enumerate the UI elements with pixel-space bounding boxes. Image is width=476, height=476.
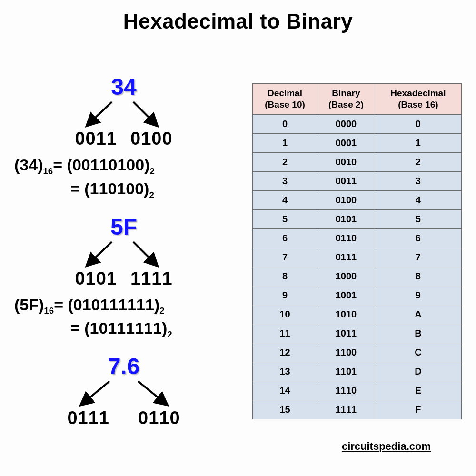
examples-column: 34 00110100 (34)16= (00110100)2 = (11010… (10, 74, 238, 442)
table-cell: 1111 (317, 400, 375, 419)
table-cell: 6 (253, 228, 317, 248)
table-row: 121100C (253, 343, 462, 362)
table-cell: 5 (375, 209, 461, 228)
hex-value-1: 34 (76, 74, 171, 100)
table-row: 200102 (253, 152, 462, 171)
table-cell: 0011 (317, 171, 375, 190)
equation-1b: = (110100)2 (10, 179, 238, 200)
table-row: 910019 (253, 286, 462, 305)
table-cell: 1010 (317, 305, 375, 324)
right-bits: 1111 (130, 268, 173, 289)
equation-2a: (5F)16= (010111111)2 (10, 296, 238, 317)
svg-line-3 (133, 242, 154, 262)
table-cell: 1101 (317, 362, 375, 381)
table-cell: 13 (253, 362, 317, 381)
split-bits-3: 01110110 (10, 408, 238, 428)
left-bits: 0101 (75, 268, 117, 289)
table-cell: A (375, 305, 461, 324)
table-cell: 8 (375, 267, 461, 286)
table-cell: 0 (375, 114, 461, 133)
table-cell: 0000 (317, 114, 375, 133)
table-cell: 0 (253, 114, 317, 133)
table-cell: F (375, 400, 461, 419)
table-row: 111011B (253, 324, 462, 343)
table-cell: 1110 (317, 381, 375, 400)
table-cell: 0001 (317, 133, 375, 152)
svg-line-2 (90, 242, 112, 262)
arrow-left-icon (86, 241, 114, 267)
arrow-right-icon (136, 380, 169, 407)
arrow-right-icon (131, 241, 159, 267)
table-cell: 9 (375, 286, 461, 305)
table-cell: 1001 (317, 286, 375, 305)
table-row: 701117 (253, 248, 462, 267)
table-cell: B (375, 324, 461, 343)
table-cell: 6 (375, 228, 461, 248)
header-decimal: Decimal(Base 10) (253, 84, 317, 115)
table-row: 501015 (253, 209, 462, 228)
table-cell: 3 (253, 171, 317, 190)
arrow-left-icon (86, 101, 114, 127)
svg-line-1 (133, 102, 154, 122)
table-cell: 0010 (317, 152, 375, 171)
hex-value-2: 5F (76, 214, 171, 240)
conversion-table: Decimal(Base 10) Binary(Base 2) Hexadeci… (252, 83, 462, 419)
table-cell: 0100 (317, 190, 375, 209)
table-row: 101010A (253, 305, 462, 324)
table-row: 300113 (253, 171, 462, 190)
table-cell: 5 (253, 209, 317, 228)
attribution-link[interactable]: circuitspedia.com (342, 440, 431, 453)
table-cell: 0101 (317, 209, 375, 228)
example-1: 34 00110100 (34)16= (00110100)2 = (11010… (10, 74, 238, 200)
table-cell: 3 (375, 171, 461, 190)
table-cell: 1100 (317, 343, 375, 362)
equation-1a: (34)16= (00110100)2 (10, 156, 238, 177)
equation-2b: = (10111111)2 (10, 319, 238, 340)
table-row: 100011 (253, 133, 462, 152)
table-cell: 0111 (317, 248, 375, 267)
table-row: 151111F (253, 400, 462, 419)
table-cell: 1 (375, 133, 461, 152)
table-row: 141110E (253, 381, 462, 400)
arrow-left-icon (81, 380, 114, 407)
table-cell: 11 (253, 324, 317, 343)
table-cell: C (375, 343, 461, 362)
svg-line-0 (90, 102, 112, 122)
left-bits: 0111 (67, 408, 109, 428)
split-bits-2: 01011111 (10, 268, 238, 289)
example-3: 7.6 01110110 (10, 353, 238, 428)
table-cell: E (375, 381, 461, 400)
table-cell: D (375, 362, 461, 381)
table-row: 401004 (253, 190, 462, 209)
table-cell: 10 (253, 305, 317, 324)
table-row: 601106 (253, 228, 462, 248)
table-cell: 7 (253, 248, 317, 267)
table-cell: 8 (253, 267, 317, 286)
table-row: 810008 (253, 267, 462, 286)
table-header-row: Decimal(Base 10) Binary(Base 2) Hexadeci… (253, 84, 462, 115)
table-cell: 2 (375, 152, 461, 171)
table-cell: 1000 (317, 267, 375, 286)
example-2: 5F 01011111 (5F)16= (010111111)2 = (1011… (10, 214, 238, 340)
right-bits: 0110 (138, 408, 180, 428)
table-cell: 4 (253, 190, 317, 209)
table-cell: 1 (253, 133, 317, 152)
header-hex: Hexadecimal(Base 16) (375, 84, 461, 115)
split-bits-1: 00110100 (10, 129, 238, 149)
table-cell: 12 (253, 343, 317, 362)
table-cell: 7 (375, 248, 461, 267)
table-row: 000000 (253, 114, 462, 133)
page-title: Hexadecimal to Binary (0, 0, 476, 33)
table-cell: 15 (253, 400, 317, 419)
left-bits: 0011 (75, 129, 117, 149)
table-cell: 9 (253, 286, 317, 305)
table-row: 131101D (253, 362, 462, 381)
hex-value-3: 7.6 (76, 353, 171, 379)
table-cell: 0110 (317, 228, 375, 248)
svg-line-5 (138, 381, 163, 402)
arrow-right-icon (131, 101, 159, 127)
table-cell: 2 (253, 152, 317, 171)
table-cell: 1011 (317, 324, 375, 343)
table-cell: 4 (375, 190, 461, 209)
table-cell: 14 (253, 381, 317, 400)
